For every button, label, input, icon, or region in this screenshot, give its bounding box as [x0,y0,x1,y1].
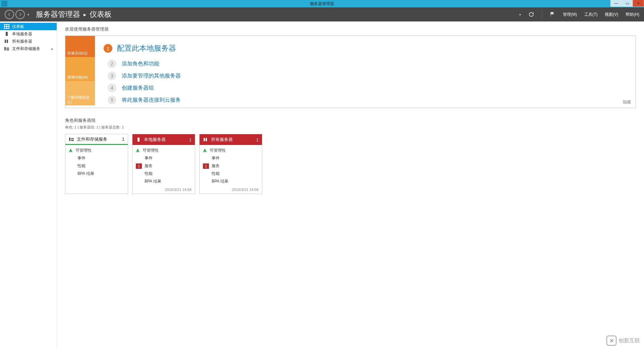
tile-row-label: BPA 结果 [145,179,161,184]
tile-row[interactable]: 1服务 [203,163,259,169]
sidebar: 仪表板 本地服务器 所有服务器 文件和存储服务 ▸ [0,21,57,349]
chevron-right-icon: ▸ [51,47,53,51]
nav-forward-button[interactable] [15,10,25,19]
tile-row[interactable]: ⮝可管理性 [69,148,124,153]
nav-history-dropdown[interactable]: ▾ [28,13,29,16]
main-content: 欢迎使用服务器管理器 快速启动(Q) 新增功能(W) 了解详细信息(L) 1 配… [57,21,644,349]
tile-row-label: 服务 [212,163,220,169]
svg-rect-12 [71,138,74,139]
menu-manage[interactable]: 管理(M) [563,12,577,17]
svg-rect-5 [6,32,8,36]
sidebar-item-local-server[interactable]: 本地服务器 [0,30,57,38]
header-divider [542,10,542,19]
window-close-button[interactable]: × [633,0,644,7]
step-number-badge: 4 [108,84,116,92]
tile-count: 1 [256,137,259,142]
welcome-panel: 快速启动(Q) 新增功能(W) 了解详细信息(L) 1 配置此本地服务器 2添加… [65,36,636,108]
svg-rect-7 [7,40,8,43]
welcome-step-2[interactable]: 2添加角色和功能 [108,59,630,68]
tile-body: ⮝可管理性事件性能BPA 结果 [65,145,128,190]
servers-icon [203,137,208,142]
tile-row-label: BPA 结果 [77,171,94,177]
menu-help[interactable]: 帮助(H) [626,12,639,17]
svg-rect-11 [69,138,70,141]
tile-row-label: 可管理性 [210,148,226,153]
tile-body: ⮝可管理性事件1服务性能BPA 结果 [132,145,195,186]
sidebar-item-all-servers[interactable]: 所有服务器 [0,38,57,45]
svg-rect-16 [206,138,207,141]
status-up-icon: ⮝ [69,148,73,153]
window-minimize-button[interactable]: — [610,0,622,7]
breadcrumb: 服务器管理器 ▸ 仪表板 [36,9,112,19]
tile-row-label: 性能 [212,171,220,177]
tile-timestamp: 2016/3/21 14:58 [132,186,195,194]
welcome-heading: 欢迎使用服务器管理器 [65,26,636,32]
tile-header[interactable]: 本地服务器1 [132,134,195,145]
tile-row-label: 事件 [77,155,86,161]
tile-row-label: 可管理性 [75,148,92,153]
watermark: ✕ 创新互联 [606,336,640,346]
welcome-tab-learnmore[interactable]: 了解详细信息(L) [65,81,95,105]
tile-title: 所有服务器 [211,137,233,143]
svg-rect-15 [204,138,205,141]
step-number-badge: 3 [108,71,116,80]
welcome-step-1[interactable]: 1 配置此本地服务器 [104,43,630,53]
tile-count: 1 [189,137,192,142]
welcome-tab-quickstart[interactable]: 快速启动(Q) [65,36,95,57]
tile-row[interactable]: 事件 [136,155,192,161]
tile-row[interactable]: 性能 [69,163,124,169]
role-tile[interactable]: 本地服务器1⮝可管理性事件1服务性能BPA 结果2016/3/21 14:58 [132,134,195,194]
alert-count-badge: 1 [136,163,142,169]
tile-title: 本地服务器 [144,137,166,143]
tile-header[interactable]: 所有服务器1 [200,134,262,145]
step-1-label: 配置此本地服务器 [117,43,176,53]
tile-row[interactable]: 性能 [136,171,192,177]
svg-rect-6 [5,40,6,43]
tile-title: 文件和存储服务 [77,136,107,142]
header-dropdown-indicator[interactable]: ▾ [519,13,521,16]
tile-row-label: 事件 [212,155,220,161]
sidebar-item-file-storage[interactable]: 文件和存储服务 ▸ [0,45,57,52]
tile-row[interactable]: BPA 结果 [136,179,192,184]
welcome-step-4[interactable]: 4创建服务器组 [108,84,630,92]
arrow-right-icon [18,12,22,17]
tile-row[interactable]: ⮝可管理性 [203,148,259,153]
files-icon [69,137,74,142]
svg-rect-8 [4,47,6,50]
svg-rect-13 [71,140,74,141]
tile-row-label: 性能 [145,171,153,177]
welcome-step-5[interactable]: 5将此服务器连接到云服务 [108,96,630,104]
notifications-button[interactable] [549,11,555,17]
tile-row[interactable]: 事件 [203,155,259,161]
refresh-button[interactable] [528,11,534,17]
tile-header[interactable]: 文件和存储服务1 [65,134,128,145]
role-tile[interactable]: 文件和存储服务1⮝可管理性事件性能BPA 结果 [65,134,128,194]
tile-row-label: 服务 [145,163,153,169]
app-system-icon [1,1,7,7]
step-number-badge: 2 [108,59,116,68]
welcome-tab-whatsnew[interactable]: 新增功能(W) [65,57,95,81]
tile-row[interactable]: 1服务 [136,163,192,169]
arrow-left-icon [7,12,12,17]
welcome-step-3[interactable]: 3添加要管理的其他服务器 [108,71,630,80]
tile-row[interactable]: 性能 [203,171,259,177]
tile-row[interactable]: 事件 [69,155,124,161]
files-icon [4,46,9,51]
svg-rect-3 [5,27,6,28]
tile-body: ⮝可管理性事件1服务性能BPA 结果 [200,145,262,186]
breadcrumb-app[interactable]: 服务器管理器 [36,9,80,19]
nav-back-button[interactable] [5,10,14,19]
welcome-tabs: 快速启动(Q) 新增功能(W) 了解详细信息(L) [65,36,95,108]
tile-row[interactable]: ⮝可管理性 [136,148,192,153]
menu-tools[interactable]: 工具(T) [584,12,597,17]
role-tile[interactable]: 所有服务器1⮝可管理性事件1服务性能BPA 结果2016/3/21 14:58 [199,134,262,194]
window-maximize-button[interactable]: ▭ [622,0,633,7]
server-icon [136,137,141,142]
tile-count: 1 [122,137,124,142]
roles-section-subtitle: 角色: 1 | 服务器组: 1 | 服务器总数: 1 [65,125,636,130]
hide-link[interactable]: 隐藏 [623,99,631,105]
tile-row[interactable]: BPA 结果 [69,171,124,177]
sidebar-item-dashboard[interactable]: 仪表板 [0,23,57,30]
menu-view[interactable]: 视图(V) [605,12,618,17]
tile-row[interactable]: BPA 结果 [203,179,259,184]
